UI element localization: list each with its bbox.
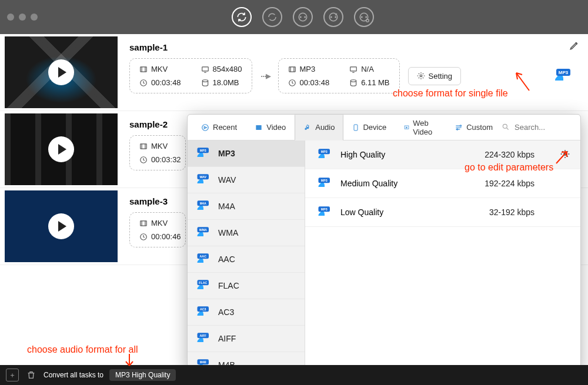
play-icon <box>48 213 75 240</box>
bottom-bar: ＋ Convert all tasks to MP3 High Quality <box>0 365 588 385</box>
svg-rect-30 <box>354 125 358 130</box>
tool-5-icon[interactable] <box>354 7 374 27</box>
tab-audio[interactable]: Audio <box>295 115 343 140</box>
video-thumbnail[interactable] <box>5 113 118 185</box>
tool-4-icon[interactable] <box>323 7 343 27</box>
quality-name: Medium Quality <box>340 179 397 188</box>
source-info-box: MKV 00:03:32 <box>129 135 186 170</box>
output-format-icon[interactable]: MP3 <box>552 66 575 85</box>
quality-name: High Quality <box>340 150 385 159</box>
source-info-box: MKV 00:03:48 854x480 18.0MB <box>129 58 252 93</box>
quality-option[interactable]: MP3 Medium Quality 192-224 kbps <box>305 169 580 198</box>
screen-icon <box>201 65 209 73</box>
quality-list: MP3 High Quality 224-320 kbps MP3 Medium… <box>305 140 580 372</box>
svg-text:WMA: WMA <box>199 228 207 232</box>
search-icon <box>502 123 510 131</box>
svg-rect-11 <box>141 66 147 71</box>
format-option-aac[interactable]: AAC AAC <box>188 246 305 273</box>
disk-icon <box>349 79 358 87</box>
top-toolbar <box>232 7 374 27</box>
rename-icon[interactable] <box>569 40 580 53</box>
svg-point-18 <box>350 79 356 82</box>
format-tabs: Recent Video Audio Device Web Video Cust… <box>188 115 580 140</box>
disk-icon <box>201 79 209 87</box>
add-file-button[interactable]: ＋ <box>6 369 19 381</box>
tab-custom[interactable]: Custom <box>446 115 502 140</box>
arrow-icon: ···▸ <box>260 69 270 82</box>
zoom-dot[interactable] <box>31 14 38 21</box>
quality-option[interactable]: MP3 High Quality 224-320 kbps <box>305 140 580 169</box>
play-icon <box>48 59 75 86</box>
clock-icon <box>139 233 148 241</box>
format-label: WAV <box>218 175 236 185</box>
video-thumbnail[interactable] <box>5 190 118 262</box>
svg-text:MP3: MP3 <box>559 70 569 75</box>
titlebar <box>0 0 588 34</box>
format-label: AC3 <box>218 307 234 317</box>
file-title: sample-1 <box>129 39 581 58</box>
tool-2-icon[interactable] <box>262 7 282 27</box>
film-icon <box>139 219 148 227</box>
delete-button[interactable] <box>25 369 38 381</box>
minimize-dot[interactable] <box>19 14 26 21</box>
svg-rect-29 <box>256 125 262 129</box>
tool-3-icon[interactable] <box>293 7 313 27</box>
format-badge-icon: MP3 <box>316 148 333 162</box>
format-badge-icon: MP3 <box>195 146 212 160</box>
svg-point-34 <box>503 124 507 128</box>
quality-bitrate: 192-224 kbps <box>485 179 534 188</box>
svg-text:M4B: M4B <box>200 360 206 364</box>
quality-option[interactable]: MP3 Low Quality 32-192 kbps <box>305 198 580 227</box>
gear-icon <box>417 72 425 80</box>
format-list[interactable]: MP3 MP3 WAV WAV M4A M4A WMA WMA AAC AAC … <box>188 140 305 372</box>
close-dot[interactable] <box>7 14 14 21</box>
convert-all-target-dropdown[interactable]: MP3 High Quality <box>109 369 176 381</box>
svg-text:MP3: MP3 <box>321 207 328 211</box>
tab-webvideo[interactable]: Web Video <box>395 115 446 140</box>
format-option-flac[interactable]: FLAC FLAC <box>188 273 305 299</box>
custom-icon <box>455 123 463 132</box>
list-item: sample-1 MKV 00:03:48 854x480 18.0MB ···… <box>0 34 588 111</box>
annotation-all: choose audio format for all <box>27 344 138 355</box>
svg-point-55 <box>564 153 566 155</box>
quality-bitrate: 32-192 kbps <box>489 207 534 217</box>
format-option-ac3[interactable]: AC3 AC3 <box>188 299 305 326</box>
format-option-wav[interactable]: WAV WAV <box>188 167 305 193</box>
format-badge-icon: M4A <box>195 199 212 213</box>
search-input[interactable] <box>502 120 572 134</box>
svg-point-5 <box>335 16 336 18</box>
tab-video[interactable]: Video <box>246 115 295 140</box>
convert-all-label: Convert all tasks to <box>44 371 103 379</box>
clock-icon <box>288 79 296 87</box>
format-badge-icon: AIFF <box>195 332 212 346</box>
svg-text:MP3: MP3 <box>321 150 328 153</box>
format-option-m4a[interactable]: M4A M4A <box>188 193 305 220</box>
format-label: M4A <box>218 202 235 211</box>
tab-recent[interactable]: Recent <box>192 115 246 140</box>
edit-parameters-button[interactable] <box>560 149 570 160</box>
format-picker-popup: Recent Video Audio Device Web Video Cust… <box>187 114 581 373</box>
svg-point-14 <box>202 79 208 82</box>
svg-point-4 <box>331 16 332 18</box>
format-option-mp3[interactable]: MP3 MP3 <box>188 140 305 167</box>
trash-icon <box>26 370 36 380</box>
format-label: AAC <box>218 255 235 264</box>
video-icon <box>255 123 263 132</box>
convert-tool-icon[interactable] <box>232 7 252 27</box>
quality-bitrate: 224-320 kbps <box>485 150 534 159</box>
screen-icon <box>349 65 358 73</box>
format-option-aiff[interactable]: AIFF AIFF <box>188 326 305 352</box>
format-search[interactable] <box>502 120 572 134</box>
format-label: WMA <box>218 228 238 237</box>
setting-button[interactable]: Setting <box>408 67 461 85</box>
audio-icon <box>303 123 312 132</box>
svg-text:AC3: AC3 <box>200 307 206 311</box>
svg-point-2 <box>305 16 306 18</box>
svg-point-9 <box>366 19 369 22</box>
svg-point-32 <box>460 125 462 126</box>
video-thumbnail[interactable] <box>5 36 118 108</box>
format-label: AIFF <box>218 334 236 343</box>
format-badge-icon: MP3 <box>316 205 333 219</box>
tab-device[interactable]: Device <box>343 115 395 140</box>
format-option-wma[interactable]: WMA WMA <box>188 220 305 246</box>
